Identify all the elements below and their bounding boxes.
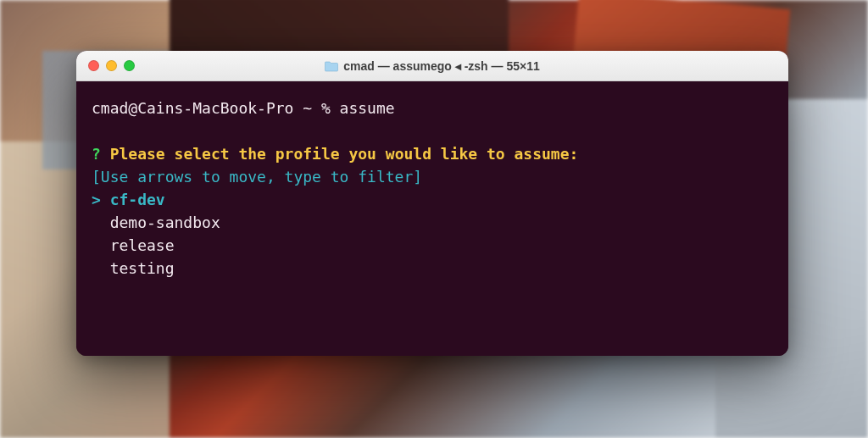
title-dims: 55×11 (506, 59, 539, 73)
question-text: Please select the profile you would like… (110, 145, 579, 163)
option-label: release (110, 236, 175, 254)
option-row-selected[interactable]: > cf-dev (92, 188, 773, 211)
option-row[interactable]: demo-sandbox (92, 211, 773, 234)
close-icon[interactable] (88, 60, 99, 71)
shell-prompt: cmad@Cains-MacBook-Pro ~ % assume (92, 97, 773, 119)
terminal-window: cmad — assumego ◂ -zsh — 55×11 cmad@Cain… (76, 51, 788, 356)
title-shell: -zsh (465, 59, 488, 73)
blank-line (92, 119, 773, 142)
maximize-icon[interactable] (124, 60, 135, 71)
option-label: cf-dev (110, 191, 165, 208)
traffic-lights (88, 60, 135, 71)
minimize-icon[interactable] (106, 60, 117, 71)
chevron-right-icon: > (92, 191, 101, 208)
question-marker: ? (92, 145, 101, 163)
terminal-body[interactable]: cmad@Cains-MacBook-Pro ~ % assume ? Plea… (76, 81, 788, 356)
title-folder: cmad (343, 59, 375, 73)
question-line: ? Please select the profile you would li… (92, 142, 773, 165)
title-bar[interactable]: cmad — assumego ◂ -zsh — 55×11 (76, 51, 788, 81)
option-row[interactable]: release (92, 234, 773, 257)
window-title: cmad — assumego ◂ -zsh — 55×11 (76, 59, 788, 73)
option-label: testing (110, 259, 175, 277)
prompt-text: cmad@Cains-MacBook-Pro ~ % assume (92, 99, 395, 117)
title-process: assumego (393, 59, 452, 73)
option-label: demo-sandbox (110, 213, 220, 231)
hint-text: [Use arrows to move, type to filter] (92, 165, 773, 188)
option-row[interactable]: testing (92, 257, 773, 280)
folder-icon (325, 60, 338, 72)
title-separator: ◂ (455, 59, 461, 73)
